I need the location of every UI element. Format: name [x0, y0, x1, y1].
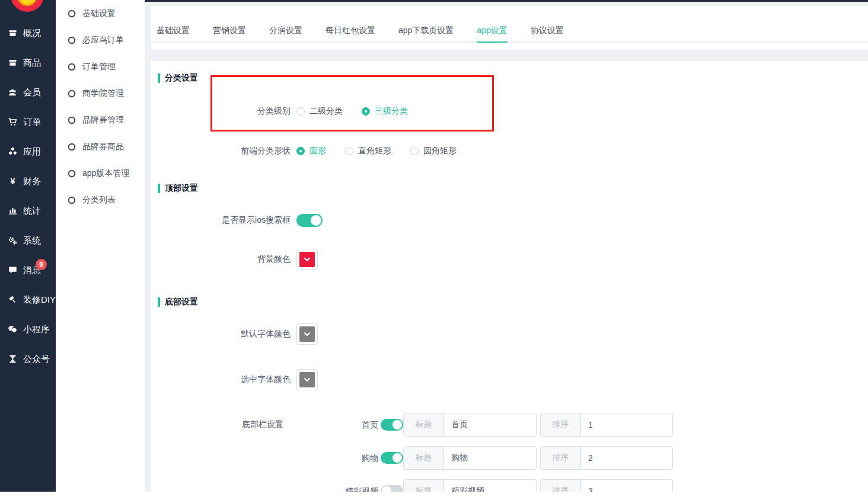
sidebar-item-diy[interactable]: 装修DIY	[0, 285, 56, 315]
settings-tabs: 基础设置 营销设置 分润设置 每日红包设置 app下载页设置 app设置 协议设…	[151, 6, 868, 43]
circle-icon	[67, 89, 76, 98]
radio-icon[interactable]	[345, 147, 353, 155]
tab-app-settings[interactable]: app设置	[477, 20, 507, 41]
radio-two-level-category[interactable]: 二级分类	[296, 106, 343, 117]
official-account-icon	[7, 354, 18, 364]
sidebar-item-messages[interactable]: 消息 9	[0, 255, 56, 285]
sidebar-item-stats[interactable]: 统计	[0, 196, 56, 226]
bg-color-swatch	[299, 252, 315, 267]
submenu-item-brand-coupon-goods[interactable]: 品牌券商品	[56, 133, 145, 160]
home-title-input[interactable]	[444, 413, 536, 436]
chevron-down-icon	[303, 376, 311, 384]
submenu-item-business-school[interactable]: 商学院管理	[56, 80, 145, 107]
sort-prepend-label: 排序	[541, 480, 581, 492]
bottom-bar-row-videos: 精彩视频 标题 排序	[151, 479, 868, 492]
title-prepend-label: 标题	[404, 480, 444, 492]
submenu-item-basic-settings[interactable]: 基础设置	[56, 0, 145, 27]
sidebar-item-orders[interactable]: 订单	[0, 107, 56, 137]
submenu-item-category-list[interactable]: 分类列表	[56, 187, 145, 213]
sidebar-item-finance[interactable]: ¥ 财务	[0, 166, 56, 196]
selected-font-color-swatch	[299, 372, 315, 387]
overview-icon	[7, 28, 18, 38]
circle-icon	[67, 142, 76, 152]
submenu-item-label: 品牌券管理	[82, 115, 124, 126]
app-settings-panel: 分类设置 分类级别 二级分类 三级分类 前端分类形状 圆形	[151, 61, 868, 492]
sidebar-item-system[interactable]: 系统	[0, 226, 56, 255]
members-icon	[7, 88, 18, 97]
submenu-item-brand-coupon-management[interactable]: 品牌券管理	[56, 107, 145, 133]
ios-search-toggle[interactable]	[296, 214, 323, 227]
tab-marketing-settings[interactable]: 营销设置	[213, 20, 246, 41]
tab-daily-redpacket-settings[interactable]: 每日红包设置	[326, 20, 375, 41]
category-level-label: 分类级别	[151, 106, 291, 117]
default-font-color-picker[interactable]	[296, 323, 318, 345]
sidebar-item-apps[interactable]: 应用	[0, 137, 56, 166]
sidebar-item-label: 会员	[23, 87, 41, 98]
sidebar-item-official-account[interactable]: 公众号	[0, 344, 56, 374]
sidebar-item-members[interactable]: 会员	[0, 78, 56, 107]
diy-icon	[7, 295, 18, 304]
category-shape-label: 前端分类形状	[151, 146, 291, 156]
sidebar-item-label: 系统	[23, 235, 41, 246]
home-toggle[interactable]	[381, 419, 403, 431]
circle-icon	[67, 116, 76, 125]
radio-three-level-category[interactable]: 三级分类	[362, 106, 408, 117]
submenu-item-bingbird-orders[interactable]: 必应鸟订单	[56, 27, 145, 53]
sidebar-item-label: 应用	[23, 146, 41, 158]
bar-item-name: 精彩视频	[317, 479, 378, 492]
horizontal-scrollbar-track[interactable]	[0, 492, 868, 497]
radio-icon[interactable]	[296, 147, 305, 155]
shopping-title-input[interactable]	[444, 447, 536, 469]
settings-submenu: 基础设置 必应鸟订单 订单管理 商学院管理 品牌券管理 品牌券商品 app版本管…	[56, 0, 145, 497]
shopping-sort-group: 排序	[540, 446, 673, 470]
submenu-item-order-management[interactable]: 订单管理	[56, 53, 145, 80]
tab-protocol-settings[interactable]: 协议设置	[531, 20, 564, 41]
finance-icon: ¥	[7, 177, 18, 186]
svg-text:¥: ¥	[10, 177, 15, 186]
radio-icon[interactable]	[410, 147, 419, 155]
section-title-top: 顶部设置	[158, 183, 198, 194]
sidebar-item-overview[interactable]: 概况	[0, 18, 56, 48]
radio-square-rect-shape[interactable]: 直角矩形	[345, 146, 391, 156]
shopping-sort-input[interactable]	[581, 447, 672, 469]
tab-basic-settings[interactable]: 基础设置	[157, 20, 190, 41]
radio-rounded-rect-shape[interactable]: 圆角矩形	[410, 146, 457, 156]
selected-font-color-picker[interactable]	[296, 369, 318, 390]
submenu-item-label: 商学院管理	[82, 88, 124, 99]
videos-title-group: 标题	[403, 479, 537, 492]
section-bar	[158, 184, 160, 193]
sort-prepend-label: 排序	[541, 447, 581, 469]
stats-icon	[7, 206, 18, 216]
radio-icon[interactable]	[362, 107, 370, 116]
app-logo	[11, 0, 44, 12]
tab-app-download-page-settings[interactable]: app下载页设置	[398, 20, 454, 41]
system-icon	[7, 236, 18, 245]
submenu-item-label: 必应鸟订单	[82, 35, 124, 46]
radio-circle-shape[interactable]: 圆形	[296, 146, 326, 156]
sidebar-item-label: 概况	[23, 28, 41, 39]
tab-profit-settings[interactable]: 分润设置	[269, 20, 302, 41]
sidebar-item-label: 财务	[23, 176, 41, 187]
ios-search-row: 是否显示ios搜索框	[151, 210, 868, 231]
videos-toggle[interactable]	[381, 485, 403, 492]
bottom-bar-row-home: 首页 标题 排序	[151, 413, 868, 437]
videos-sort-input[interactable]	[581, 480, 672, 492]
circle-icon	[67, 195, 76, 205]
section-title-category: 分类设置	[158, 73, 198, 84]
tab-panel: 基础设置 营销设置 分润设置 每日红包设置 app下载页设置 app设置 协议设…	[151, 6, 868, 49]
sidebar-item-label: 公众号	[23, 354, 50, 365]
main-sidebar: 概况 商品 会员 订单 应用 ¥ 财务 统计 系统	[0, 0, 56, 497]
submenu-item-app-version[interactable]: app版本管理	[56, 160, 145, 187]
sidebar-item-goods[interactable]: 商品	[0, 48, 56, 78]
bg-color-picker[interactable]	[296, 249, 318, 270]
sidebar-item-miniprogram[interactable]: 小程序	[0, 315, 56, 344]
home-sort-input[interactable]	[581, 413, 672, 436]
section-bar	[158, 73, 160, 83]
main-area: 基础设置 营销设置 分润设置 每日红包设置 app下载页设置 app设置 协议设…	[145, 0, 868, 497]
selected-font-color-row: 选中字体颜色	[151, 369, 868, 390]
circle-icon	[67, 9, 76, 18]
submenu-item-label: app版本管理	[82, 168, 129, 179]
radio-icon[interactable]	[296, 107, 305, 116]
videos-title-input[interactable]	[444, 480, 536, 492]
shopping-toggle[interactable]	[381, 452, 403, 464]
